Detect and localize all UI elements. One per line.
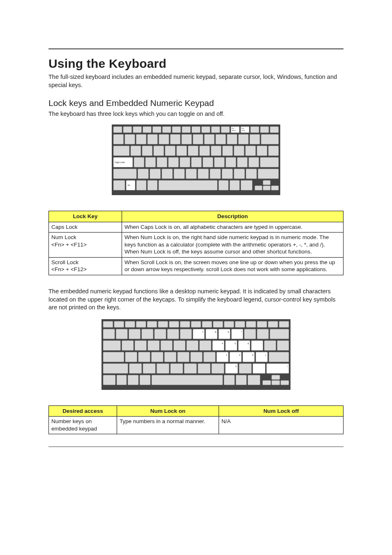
svg-rect-34 [250, 134, 260, 144]
svg-text:.: . [263, 365, 264, 368]
svg-rect-95 [158, 321, 168, 327]
svg-rect-132 [200, 341, 212, 350]
svg-rect-25 [148, 134, 158, 144]
svg-rect-98 [191, 321, 201, 327]
svg-rect-21 [270, 127, 279, 133]
svg-rect-12 [221, 127, 230, 133]
svg-rect-5 [152, 127, 161, 133]
lock-table-header-key: Lock Key [49, 211, 122, 222]
svg-rect-145 [138, 352, 150, 362]
svg-rect-179 [152, 375, 223, 385]
svg-rect-183 [272, 375, 280, 380]
svg-rect-167 [212, 364, 224, 373]
svg-rect-175 [103, 375, 115, 385]
svg-rect-81 [159, 180, 217, 190]
keyboard-numpad-illustration: 789* 456- 123+ 0./ [48, 319, 344, 393]
svg-text:0: 0 [235, 365, 237, 368]
svg-rect-1 [113, 127, 122, 133]
svg-text:F12: F12 [242, 128, 244, 129]
svg-rect-99 [202, 321, 212, 327]
svg-text:8: 8 [215, 331, 216, 333]
svg-rect-109 [129, 329, 140, 339]
svg-rect-181 [236, 375, 247, 385]
bottom-rule [48, 447, 344, 447]
svg-text:7: 7 [202, 331, 203, 333]
svg-text:5: 5 [235, 342, 236, 345]
svg-rect-61 [237, 157, 247, 167]
svg-text:NumLk: NumLk [232, 130, 236, 131]
svg-text:1: 1 [226, 354, 227, 356]
svg-rect-63 [260, 157, 279, 167]
svg-rect-184 [263, 380, 271, 385]
svg-rect-64 [113, 169, 136, 179]
svg-rect-100 [213, 321, 223, 327]
table-row: Num Lock <Fn> + <F11> When Num Lock is o… [49, 233, 344, 258]
svg-text:2: 2 [239, 354, 240, 356]
svg-rect-43 [200, 146, 210, 156]
lock-desc-cell: When Caps Lock is on, all alphabetic cha… [122, 222, 344, 233]
svg-text:Caps Lock: Caps Lock [115, 161, 125, 164]
svg-rect-177 [128, 375, 138, 385]
keyboard-svg-1: F11NumLkF12ScrLK Caps Lock Fn [112, 124, 280, 198]
svg-rect-110 [142, 329, 153, 339]
svg-rect-44 [211, 146, 221, 156]
svg-rect-42 [188, 146, 198, 156]
svg-rect-159 [269, 352, 289, 362]
svg-rect-94 [147, 321, 157, 327]
svg-rect-143 [103, 352, 124, 362]
svg-rect-28 [182, 134, 192, 144]
svg-rect-26 [159, 134, 169, 144]
svg-rect-144 [125, 352, 137, 362]
svg-rect-75 [258, 169, 279, 179]
svg-rect-84 [241, 180, 252, 190]
svg-rect-128 [148, 341, 160, 350]
top-rule [48, 48, 344, 49]
svg-rect-76 [113, 180, 125, 190]
section-subtext: The keyboard has three lock keys which y… [48, 111, 344, 117]
svg-text:ScrLK: ScrLK [242, 130, 246, 131]
svg-rect-30 [204, 134, 214, 144]
svg-rect-141 [264, 341, 276, 350]
lock-table-header-desc: Description [122, 211, 344, 222]
svg-rect-163 [157, 364, 169, 373]
svg-rect-79 [136, 180, 146, 190]
svg-rect-101 [224, 321, 234, 327]
svg-rect-107 [103, 329, 115, 339]
svg-rect-68 [174, 169, 184, 179]
numeric-keypad-paragraph: The embedded numeric keypad functions li… [48, 288, 344, 312]
svg-rect-20 [260, 127, 269, 133]
svg-rect-127 [135, 341, 147, 350]
svg-rect-47 [245, 146, 256, 156]
svg-rect-185 [272, 380, 280, 385]
svg-rect-36 [113, 146, 129, 156]
svg-rect-57 [191, 157, 202, 167]
table-row: Number keys on embedded keypad Type numb… [49, 417, 344, 434]
svg-rect-27 [170, 134, 180, 144]
section-subheading: Lock keys and Embedded Numeric Keypad [48, 98, 344, 108]
svg-rect-83 [230, 180, 240, 190]
svg-rect-58 [203, 157, 213, 167]
svg-rect-38 [142, 146, 152, 156]
lock-desc-cell: When Scroll Lock is on, the screen moves… [122, 257, 344, 275]
svg-rect-90 [103, 321, 113, 327]
svg-rect-182 [248, 375, 260, 385]
svg-rect-87 [263, 186, 270, 190]
svg-rect-126 [122, 341, 134, 350]
svg-rect-173 [267, 364, 289, 373]
svg-text:+: + [265, 354, 266, 356]
svg-rect-147 [164, 352, 176, 362]
svg-rect-73 [234, 169, 244, 179]
lock-key-cell: Num Lock <Fn> + <F11> [49, 233, 122, 258]
svg-rect-8 [182, 127, 191, 133]
svg-rect-85 [263, 180, 270, 185]
svg-rect-104 [257, 321, 267, 327]
svg-rect-11 [211, 127, 220, 133]
table-row: Scroll Lock <Fn> + <F12> When Scroll Loc… [49, 257, 344, 275]
lock-key-cell: Caps Lock [49, 222, 122, 233]
svg-rect-7 [172, 127, 181, 133]
svg-rect-45 [222, 146, 233, 156]
svg-rect-55 [168, 157, 179, 167]
svg-rect-59 [214, 157, 224, 167]
access-cell-3: N/A [219, 417, 344, 434]
svg-rect-56 [180, 157, 190, 167]
